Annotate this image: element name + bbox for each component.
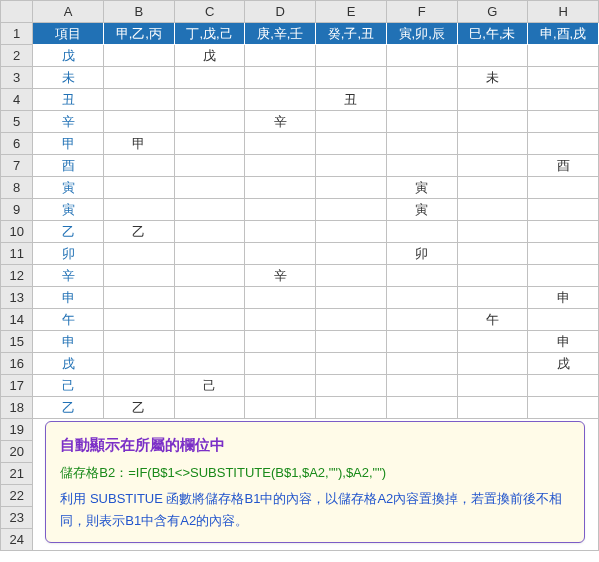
- cell[interactable]: [316, 309, 387, 331]
- row-header[interactable]: 8: [1, 177, 33, 199]
- header-cell[interactable]: 申,酉,戌: [528, 23, 599, 45]
- cell[interactable]: 戊: [33, 45, 104, 67]
- cell[interactable]: 甲: [104, 133, 175, 155]
- row-header[interactable]: 5: [1, 111, 33, 133]
- cell[interactable]: [174, 265, 245, 287]
- cell[interactable]: [528, 265, 599, 287]
- header-cell[interactable]: 項目: [33, 23, 104, 45]
- col-header[interactable]: C: [174, 1, 245, 23]
- row-header[interactable]: 7: [1, 155, 33, 177]
- row-header[interactable]: 9: [1, 199, 33, 221]
- cell[interactable]: [245, 243, 316, 265]
- cell[interactable]: [104, 375, 175, 397]
- cell[interactable]: [457, 265, 528, 287]
- row-header[interactable]: 16: [1, 353, 33, 375]
- cell[interactable]: [316, 287, 387, 309]
- row-header[interactable]: 11: [1, 243, 33, 265]
- cell[interactable]: [386, 45, 457, 67]
- cell[interactable]: [245, 67, 316, 89]
- cell[interactable]: [245, 375, 316, 397]
- cell[interactable]: 己: [174, 375, 245, 397]
- cell[interactable]: [245, 397, 316, 419]
- cell[interactable]: [245, 45, 316, 67]
- cell[interactable]: [386, 89, 457, 111]
- cell[interactable]: 午: [457, 309, 528, 331]
- cell[interactable]: [174, 353, 245, 375]
- cell[interactable]: [104, 45, 175, 67]
- cell[interactable]: [316, 397, 387, 419]
- cell[interactable]: [245, 221, 316, 243]
- cell[interactable]: [386, 397, 457, 419]
- cell[interactable]: 辛: [33, 111, 104, 133]
- cell[interactable]: [457, 155, 528, 177]
- cell[interactable]: [386, 309, 457, 331]
- cell[interactable]: 甲: [33, 133, 104, 155]
- row-header[interactable]: 18: [1, 397, 33, 419]
- cell[interactable]: [316, 45, 387, 67]
- row-header[interactable]: 6: [1, 133, 33, 155]
- cell[interactable]: [457, 375, 528, 397]
- cell[interactable]: [457, 133, 528, 155]
- row-header[interactable]: 23: [1, 507, 33, 529]
- cell[interactable]: [528, 375, 599, 397]
- cell[interactable]: [316, 331, 387, 353]
- cell[interactable]: [457, 199, 528, 221]
- cell[interactable]: 寅: [33, 199, 104, 221]
- cell[interactable]: [104, 89, 175, 111]
- cell[interactable]: [528, 133, 599, 155]
- cell[interactable]: 丑: [316, 89, 387, 111]
- cell[interactable]: [457, 243, 528, 265]
- cell[interactable]: [528, 89, 599, 111]
- row-header[interactable]: 12: [1, 265, 33, 287]
- cell[interactable]: [316, 221, 387, 243]
- col-header[interactable]: H: [528, 1, 599, 23]
- spreadsheet-grid[interactable]: A B C D E F G H 1項目甲,乙,丙丁,戊,己庚,辛,壬癸,子,丑寅…: [0, 0, 599, 551]
- header-cell[interactable]: 丁,戊,己: [174, 23, 245, 45]
- row-header[interactable]: 4: [1, 89, 33, 111]
- row-header[interactable]: 10: [1, 221, 33, 243]
- cell[interactable]: [316, 243, 387, 265]
- row-header[interactable]: 21: [1, 463, 33, 485]
- cell[interactable]: [245, 199, 316, 221]
- cell[interactable]: [528, 67, 599, 89]
- header-cell[interactable]: 癸,子,丑: [316, 23, 387, 45]
- col-header[interactable]: G: [457, 1, 528, 23]
- cell[interactable]: 申: [33, 287, 104, 309]
- row-header[interactable]: 19: [1, 419, 33, 441]
- cell[interactable]: 辛: [33, 265, 104, 287]
- cell[interactable]: [528, 221, 599, 243]
- cell[interactable]: [174, 67, 245, 89]
- header-cell[interactable]: 庚,辛,壬: [245, 23, 316, 45]
- cell[interactable]: [386, 353, 457, 375]
- cell[interactable]: [104, 177, 175, 199]
- cell[interactable]: [386, 133, 457, 155]
- cell[interactable]: [457, 331, 528, 353]
- cell[interactable]: [245, 177, 316, 199]
- header-cell[interactable]: 甲,乙,丙: [104, 23, 175, 45]
- cell[interactable]: 卯: [386, 243, 457, 265]
- cell[interactable]: 戊: [174, 45, 245, 67]
- cell[interactable]: [104, 199, 175, 221]
- col-header[interactable]: A: [33, 1, 104, 23]
- cell[interactable]: [245, 353, 316, 375]
- cell[interactable]: [386, 331, 457, 353]
- cell[interactable]: [316, 177, 387, 199]
- cell[interactable]: [386, 67, 457, 89]
- cell[interactable]: [316, 199, 387, 221]
- row-header[interactable]: 1: [1, 23, 33, 45]
- cell[interactable]: [174, 397, 245, 419]
- cell[interactable]: [457, 45, 528, 67]
- cell[interactable]: 酉: [528, 155, 599, 177]
- row-header[interactable]: 22: [1, 485, 33, 507]
- cell[interactable]: [316, 265, 387, 287]
- cell[interactable]: [174, 331, 245, 353]
- cell[interactable]: 寅: [33, 177, 104, 199]
- cell[interactable]: [457, 111, 528, 133]
- cell[interactable]: [104, 243, 175, 265]
- col-header[interactable]: F: [386, 1, 457, 23]
- cell[interactable]: [174, 243, 245, 265]
- cell[interactable]: 卯: [33, 243, 104, 265]
- cell[interactable]: [245, 331, 316, 353]
- cell[interactable]: 辛: [245, 265, 316, 287]
- cell[interactable]: [316, 111, 387, 133]
